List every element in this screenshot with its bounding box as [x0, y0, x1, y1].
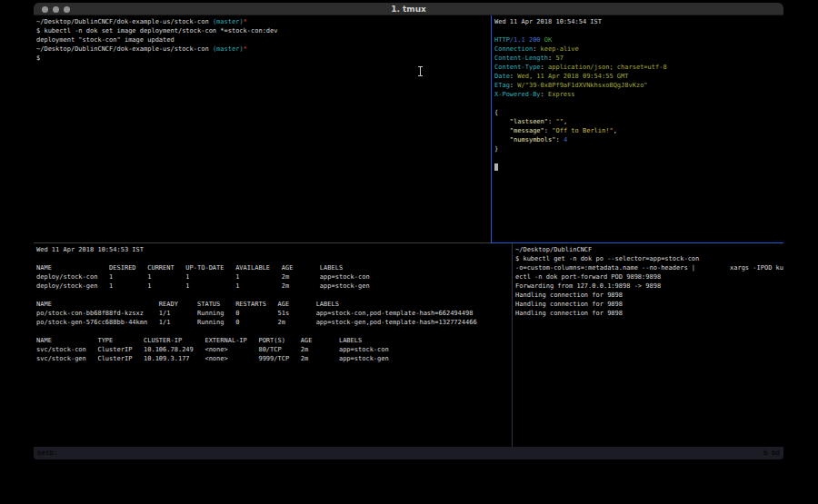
terminal-text-segment: Wed 11 Apr 2018 10:54:53 IST [36, 246, 144, 253]
terminal-text-segment: ectl -n dok port-forward POD 9898:9898 [515, 273, 661, 281]
terminal-line [494, 163, 783, 172]
terminal-line: deploy/stock-gen 1 1 1 1 2m app=stock-ge… [36, 282, 512, 291]
terminal-text-segment: } [494, 145, 498, 153]
terminal-line [36, 327, 512, 336]
terminal-text-segment: 4 [564, 136, 567, 143]
terminal-text-segment: Date [494, 73, 510, 80]
terminal-line [494, 153, 783, 163]
terminal-text-segment: /1.1 [510, 36, 525, 44]
terminal-window: 1. tmux ~/Desktop/DublinCNCF/dok-example… [34, 3, 783, 460]
terminal-text-segment: "Off to Berlin!" [552, 127, 613, 134]
terminal-line: "lastseen": "", [494, 117, 783, 126]
terminal-text-segment: "numsymbols" [510, 136, 556, 143]
status-left-session-window[interactable]: betb: [37, 447, 58, 460]
terminal-line: { [494, 108, 783, 117]
terminal-text-segment: Content-Type [494, 64, 541, 71]
terminal-line [36, 291, 512, 300]
pane-divider-horizontal-left[interactable] [34, 242, 491, 243]
terminal-line: Connection: keep-alive [494, 44, 783, 54]
terminal-text-segment [494, 136, 510, 143]
terminal-text-segment: Express [548, 91, 575, 98]
terminal-line: Handling connection for 9898 [515, 291, 783, 300]
terminal-text-segment: Forwarding from 127.0.0.1:9898 -> 9898 [515, 282, 661, 290]
pane-top-right-http-response[interactable]: Wed 11 Apr 2018 10:54:54 IST HTTP/1.1 20… [492, 15, 783, 242]
terminal-line: Date: Wed, 11 Apr 2018 09:54:55 GMT [494, 72, 783, 81]
terminal-line: b [763, 449, 772, 457]
terminal-line: po/stock-gen-576cc688bb-44kmn 1/1 Runnin… [36, 318, 512, 327]
terminal-text-segment: deployment "stock-con" image updated [36, 36, 175, 44]
terminal-line: "numsymbols": 4 [494, 135, 783, 144]
terminal-text-segment: "message" [510, 127, 544, 134]
terminal-text-segment: 57 [555, 54, 563, 62]
window-titlebar[interactable]: 1. tmux [34, 3, 783, 15]
terminal-line: } [494, 144, 783, 153]
status-right-kube-context: b bd [763, 447, 780, 460]
terminal-text-segment: ~/Desktop/DublinCNCF [515, 246, 592, 253]
terminal-line: deployment "stock-con" image updated [36, 35, 491, 44]
terminal-text-segment: Handling connection for 9898 [515, 301, 623, 308]
terminal-line: svc/stock-gen ClusterIP 10.109.3.177 <no… [36, 354, 512, 363]
terminal-line: "message": "Off to Berlin!", [494, 126, 783, 135]
terminal-text-segment: HTTP [494, 36, 510, 44]
terminal-line: ~/Desktop/DublinCNCF/dok-example-us/stoc… [36, 17, 491, 26]
terminal-text-segment: po/stock-con-bb68f88fd-kzsxz 1/1 Running… [36, 310, 473, 317]
terminal-text-segment: W/"39-0xBPf9aF1dXVNkhsxoBQgJ8vKzo" [517, 82, 647, 89]
terminal-text-segment: Wed 11 Apr 2018 10:54:54 IST [494, 18, 602, 25]
terminal-text-segment: -o=custom-columns=:metadata.name --no-he… [515, 264, 783, 272]
terminal-text-segment: , [614, 127, 617, 134]
terminal-text-segment: : [555, 136, 563, 143]
mouse-ibeam-cursor [417, 66, 424, 77]
terminal-text-segment: po/stock-gen-576cc688bb-44kmn 1/1 Runnin… [36, 319, 477, 326]
pane-bottom-left-kubectl-watch[interactable]: Wed 11 Apr 2018 10:54:53 IST NAME DESIRE… [34, 243, 512, 447]
terminal-text-segment [494, 127, 510, 134]
terminal-text-segment: X-Powered-By [494, 91, 541, 98]
terminal-text-segment: ~/Desktop/DublinCNCF/dok-example-us/stoc… [36, 45, 213, 53]
terminal-line [494, 26, 783, 35]
terminal-text-segment [494, 118, 510, 125]
terminal-line: -o=custom-columns=:metadata.name --no-he… [515, 263, 783, 272]
terminal-text-segment [494, 163, 498, 171]
terminal-text-segment: Content-Length [494, 54, 548, 62]
terminal-text-segment: NAME TYPE CLUSTER-IP EXTERNAL-IP PORT(S)… [36, 337, 362, 344]
terminal-line: svc/stock-con ClusterIP 10.106.78.249 <n… [36, 345, 512, 354]
terminal-text-segment: keep-alive [541, 45, 579, 53]
terminal-text-segment: (master) [213, 18, 244, 25]
terminal-text-segment: application/json; charset=utf-8 [548, 64, 667, 71]
terminal-line: be [37, 449, 45, 457]
terminal-text-segment: $ kubectl get -n dok po --selector=app=s… [515, 255, 699, 262]
terminal-text-segment: "lastseen" [510, 118, 548, 125]
terminal-text-segment: NAME DESIRED CURRENT UP-TO-DATE AVAILABL… [36, 264, 343, 272]
terminal-line: bd [772, 449, 780, 457]
pane-divider-vertical-bottom[interactable] [512, 243, 513, 447]
terminal-line: Forwarding from 127.0.0.1:9898 -> 9898 [515, 282, 783, 291]
pane-top-left-shell[interactable]: ~/Desktop/DublinCNCF/dok-example-us/stoc… [34, 15, 491, 242]
terminal-text-segment: $ kubectl -n dok set image deployment/st… [36, 27, 278, 35]
terminal-line: NAME DESIRED CURRENT UP-TO-DATE AVAILABL… [36, 263, 512, 272]
pane-divider-vertical-top[interactable] [491, 15, 492, 243]
terminal-text-segment: "" [555, 118, 563, 125]
terminal-text-segment: : [533, 45, 540, 53]
terminal-line [36, 254, 512, 263]
terminal-line: Wed 11 Apr 2018 10:54:54 IST [494, 17, 783, 26]
terminal-line: deploy/stock-con 1 1 1 1 2m app=stock-co… [36, 272, 512, 282]
terminal-line: ETag: W/"39-0xBPf9aF1dXVNkhsxoBQgJ8vKzo" [494, 81, 783, 90]
terminal-text-segment: , [564, 118, 567, 125]
terminal-text-segment: OK [544, 36, 552, 44]
terminal-line: Handling connection for 9898 [515, 300, 783, 309]
terminal-text-segment: Wed, 11 Apr 2018 09:54:55 GMT [517, 73, 628, 80]
terminal-text-segment: * [244, 18, 247, 25]
terminal-text-segment: (master) [213, 45, 244, 53]
terminal-text-segment: deploy/stock-con 1 1 1 1 2m app=stock-co… [36, 273, 370, 281]
terminal-line: Handling connection for 9898 [515, 309, 783, 318]
terminal-line: Content-Length: 57 [494, 54, 783, 63]
pane-bottom-right-port-forward[interactable]: ~/Desktop/DublinCNCF$ kubectl get -n dok… [513, 243, 783, 447]
terminal-text-segment: : [54, 449, 58, 457]
terminal-text-segment: ETag [494, 82, 510, 89]
terminal-text-segment: Connection [494, 45, 533, 53]
terminal-text-segment: Handling connection for 9898 [515, 310, 623, 317]
tmux-status-bar: betb: b bd [34, 447, 783, 460]
terminal-text-segment: svc/stock-gen ClusterIP 10.109.3.177 <no… [36, 355, 389, 362]
desktop-background: 1. tmux ~/Desktop/DublinCNCF/dok-example… [0, 0, 818, 504]
terminal-text-segment: Handling connection for 9898 [515, 292, 623, 299]
pane-divider-horizontal-right[interactable] [492, 242, 783, 243]
